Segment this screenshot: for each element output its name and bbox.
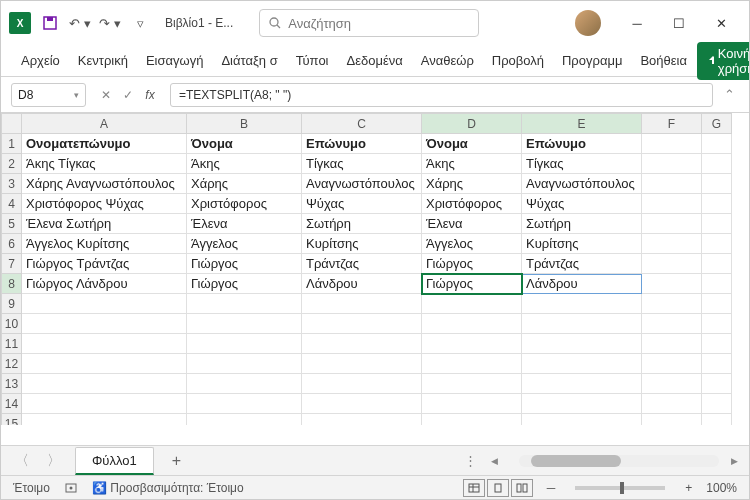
cell-F11[interactable] [642,334,702,354]
cell-A4[interactable]: Χριστόφορος Ψύχας [22,194,187,214]
cell-E11[interactable] [522,334,642,354]
cell-D8[interactable]: Γιώργος [422,274,522,294]
cell-A11[interactable] [22,334,187,354]
tab-insert[interactable]: Εισαγωγή [138,48,211,73]
tab-view[interactable]: Προβολή [484,48,552,73]
cell-B3[interactable]: Χάρης [187,174,302,194]
cell-E12[interactable] [522,354,642,374]
cell-A15[interactable] [22,414,187,426]
scrollbar-thumb[interactable] [531,455,621,467]
cell-C5[interactable]: Σωτήρη [302,214,422,234]
cell-G3[interactable] [702,174,732,194]
cell-D4[interactable]: Χριστόφορος [422,194,522,214]
tab-data[interactable]: Δεδομένα [339,48,411,73]
col-header-B[interactable]: B [187,114,302,134]
cell-F4[interactable] [642,194,702,214]
zoom-out-button[interactable]: ─ [547,481,556,495]
cell-F12[interactable] [642,354,702,374]
tab-file[interactable]: Αρχείο [13,48,68,73]
cell-B5[interactable]: Έλενα [187,214,302,234]
normal-view-button[interactable] [463,479,485,497]
cell-F6[interactable] [642,234,702,254]
name-box[interactable]: D8▾ [11,83,86,107]
cell-G2[interactable] [702,154,732,174]
cell-E1[interactable]: Επώνυμο [522,134,642,154]
cell-B13[interactable] [187,374,302,394]
cell-D12[interactable] [422,354,522,374]
sheet-tab[interactable]: Φύλλο1 [75,447,154,475]
cell-E10[interactable] [522,314,642,334]
cell-A5[interactable]: Έλενα Σωτήρη [22,214,187,234]
col-header-F[interactable]: F [642,114,702,134]
cell-C11[interactable] [302,334,422,354]
cell-G7[interactable] [702,254,732,274]
cell-E9[interactable] [522,294,642,314]
cell-F13[interactable] [642,374,702,394]
cell-D14[interactable] [422,394,522,414]
share-button[interactable]: Κοινή χρήση [697,42,750,80]
undo-button[interactable]: ↶ ▾ [67,10,93,36]
cell-C6[interactable]: Κυρίτσης [302,234,422,254]
cell-D13[interactable] [422,374,522,394]
cell-E4[interactable]: Ψύχας [522,194,642,214]
macro-record-icon[interactable] [64,481,78,495]
tab-layout[interactable]: Διάταξη σ [213,48,285,73]
cell-B10[interactable] [187,314,302,334]
cell-C14[interactable] [302,394,422,414]
cell-D7[interactable]: Γιώργος [422,254,522,274]
save-button[interactable] [37,10,63,36]
cell-G6[interactable] [702,234,732,254]
redo-button[interactable]: ↷ ▾ [97,10,123,36]
cell-G14[interactable] [702,394,732,414]
cell-G8[interactable] [702,274,732,294]
cell-F10[interactable] [642,314,702,334]
cell-D11[interactable] [422,334,522,354]
row-header-5[interactable]: 5 [2,214,22,234]
cell-B11[interactable] [187,334,302,354]
cell-F3[interactable] [642,174,702,194]
cell-E2[interactable]: Τίγκας [522,154,642,174]
col-header-A[interactable]: A [22,114,187,134]
spreadsheet-grid[interactable]: ABCDEFG1ΟνοματεπώνυμοΌνομαΕπώνυμοΌνομαΕπ… [1,113,749,425]
cell-F9[interactable] [642,294,702,314]
row-header-6[interactable]: 6 [2,234,22,254]
row-header-3[interactable]: 3 [2,174,22,194]
cell-D2[interactable]: Άκης [422,154,522,174]
zoom-slider[interactable] [575,486,665,490]
cell-B6[interactable]: Άγγελος [187,234,302,254]
cell-B12[interactable] [187,354,302,374]
cell-C4[interactable]: Ψύχας [302,194,422,214]
cell-F15[interactable] [642,414,702,426]
row-header-10[interactable]: 10 [2,314,22,334]
col-header-E[interactable]: E [522,114,642,134]
horizontal-scrollbar[interactable] [519,455,719,467]
cell-C8[interactable]: Λάνδρου [302,274,422,294]
cell-F5[interactable] [642,214,702,234]
zoom-in-button[interactable]: + [685,481,692,495]
cell-B4[interactable]: Χριστόφορος [187,194,302,214]
cell-A9[interactable] [22,294,187,314]
cell-D9[interactable] [422,294,522,314]
cell-A12[interactable] [22,354,187,374]
scroll-left-button[interactable]: ◀ [489,456,499,466]
cell-F8[interactable] [642,274,702,294]
cell-D5[interactable]: Έλενα [422,214,522,234]
row-header-9[interactable]: 9 [2,294,22,314]
row-header-2[interactable]: 2 [2,154,22,174]
cell-C9[interactable] [302,294,422,314]
cell-E15[interactable] [522,414,642,426]
cell-E14[interactable] [522,394,642,414]
cell-F7[interactable] [642,254,702,274]
cell-C7[interactable]: Τράντζας [302,254,422,274]
sheet-nav-prev[interactable]: 〈 [11,452,33,470]
cell-G5[interactable] [702,214,732,234]
cell-A10[interactable] [22,314,187,334]
accept-formula-button[interactable]: ✓ [118,84,138,106]
zoom-level[interactable]: 100% [706,481,737,495]
search-box[interactable]: Αναζήτηση [259,9,479,37]
user-avatar[interactable] [575,10,601,36]
cell-D10[interactable] [422,314,522,334]
cell-C1[interactable]: Επώνυμο [302,134,422,154]
qat-customize-button[interactable]: ▿ [127,10,153,36]
row-header-12[interactable]: 12 [2,354,22,374]
